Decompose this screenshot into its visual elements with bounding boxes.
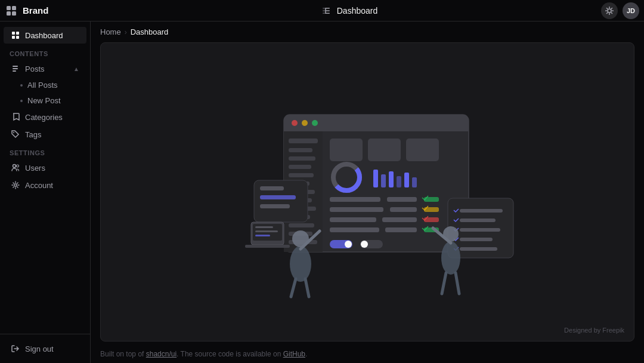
svg-rect-58 <box>397 176 401 187</box>
svg-line-16 <box>611 8 612 8</box>
svg-rect-71 <box>385 227 417 232</box>
footer-shadcn-link[interactable]: shadcn/ui <box>146 350 177 358</box>
svg-point-26 <box>13 165 16 168</box>
svg-rect-78 <box>260 186 284 190</box>
main-layout: Dashboard Contents Posts ▲ All Posts <box>0 21 644 363</box>
sidebar-item-tags-label: Tags <box>25 130 41 139</box>
svg-rect-80 <box>260 204 290 208</box>
svg-rect-59 <box>404 173 409 187</box>
sidebar-item-all-posts[interactable]: All Posts <box>4 78 86 93</box>
sidebar-item-account[interactable]: Account <box>4 177 86 193</box>
svg-rect-3 <box>12 11 16 16</box>
footer-github-link[interactable]: GitHub <box>283 350 305 358</box>
svg-line-17 <box>606 13 607 13</box>
sub-item-dot-icon <box>20 84 23 87</box>
sidebar-item-new-post[interactable]: New Post <box>4 93 86 108</box>
sign-out-button[interactable]: Sign out <box>4 340 86 358</box>
svg-rect-86 <box>460 247 497 251</box>
svg-rect-60 <box>412 177 417 187</box>
brand-area: Brand <box>5 4 95 17</box>
sidebar-item-users-label: Users <box>25 164 45 173</box>
breadcrumb-current: Dashboard <box>131 27 169 36</box>
svg-rect-99 <box>255 226 273 228</box>
svg-point-35 <box>312 120 318 126</box>
freepik-credit: Designed by Freepik <box>564 327 624 334</box>
brand-name: Brand <box>23 5 48 16</box>
header-center: Dashboard <box>95 4 601 18</box>
svg-rect-39 <box>289 156 315 161</box>
sidebar-settings-label: Settings <box>0 143 90 159</box>
sidebar-item-tags[interactable]: Tags <box>4 126 86 143</box>
brand-icon <box>5 4 18 17</box>
svg-rect-61 <box>330 197 380 202</box>
svg-rect-82 <box>460 209 503 213</box>
bookmark-icon <box>11 112 20 122</box>
svg-rect-85 <box>460 238 493 241</box>
svg-rect-37 <box>289 139 318 143</box>
sidebar-item-dashboard[interactable]: Dashboard <box>4 27 86 44</box>
sidebar-item-posts[interactable]: Posts ▲ <box>4 60 86 77</box>
sign-out-icon <box>11 344 20 353</box>
svg-rect-24 <box>13 70 16 72</box>
svg-rect-52 <box>406 139 439 161</box>
top-bar: Brand Dashboard <box>0 0 644 21</box>
svg-point-76 <box>361 241 368 248</box>
grid-icon <box>11 30 20 40</box>
sidebar-item-posts-label: Posts <box>25 64 45 73</box>
svg-rect-47 <box>289 223 314 227</box>
svg-point-28 <box>14 184 17 186</box>
svg-rect-57 <box>389 171 394 187</box>
sidebar-item-users[interactable]: Users <box>4 159 86 176</box>
svg-point-9 <box>608 9 611 13</box>
dashboard-illustration <box>212 79 522 306</box>
sub-item-dot-icon-2 <box>20 100 23 102</box>
svg-rect-100 <box>255 230 278 232</box>
svg-rect-0 <box>7 6 11 10</box>
gear-icon <box>11 180 20 190</box>
breadcrumb-separator: › <box>125 28 127 36</box>
svg-point-33 <box>292 120 298 126</box>
svg-rect-22 <box>13 66 18 67</box>
svg-rect-19 <box>16 32 19 35</box>
sidebar-item-all-posts-label: All Posts <box>27 81 58 90</box>
header-title: Dashboard <box>337 6 378 16</box>
footer-built-text: Built on top of <box>100 350 146 358</box>
svg-rect-41 <box>289 173 314 177</box>
svg-rect-21 <box>16 36 19 39</box>
svg-rect-38 <box>289 148 312 152</box>
svg-point-25 <box>13 132 14 133</box>
svg-rect-68 <box>382 217 417 222</box>
users-icon <box>11 163 20 173</box>
sidebar-content: Dashboard Contents Posts ▲ All Posts <box>0 21 90 334</box>
svg-point-87 <box>290 246 311 282</box>
header-right: JD <box>601 2 639 19</box>
svg-rect-101 <box>255 235 270 236</box>
sidebar: Dashboard Contents Posts ▲ All Posts <box>0 21 91 363</box>
user-avatar[interactable]: JD <box>623 2 639 19</box>
sidebar-contents-label: Contents <box>0 44 90 60</box>
sidebar-item-account-label: Account <box>25 181 53 190</box>
svg-rect-62 <box>387 197 417 202</box>
collapse-sidebar-button[interactable] <box>319 4 333 18</box>
main-content: Home › Dashboard <box>91 21 644 363</box>
breadcrumb: Home › Dashboard <box>91 21 644 42</box>
sidebar-item-categories[interactable]: Categories <box>4 109 86 125</box>
chevron-up-icon: ▲ <box>73 66 79 72</box>
svg-rect-79 <box>260 195 296 199</box>
svg-rect-23 <box>13 68 18 69</box>
svg-line-14 <box>606 8 607 8</box>
footer-middle-text: . The source code is available on <box>177 350 283 358</box>
svg-rect-32 <box>284 123 469 131</box>
sidebar-item-new-post-label: New Post <box>27 96 61 105</box>
page-footer: Built on top of shadcn/ui. The source co… <box>91 346 644 363</box>
breadcrumb-home-link[interactable]: Home <box>100 27 121 36</box>
svg-rect-51 <box>368 139 401 161</box>
svg-rect-50 <box>330 139 363 161</box>
sign-out-label: Sign out <box>25 344 54 353</box>
svg-rect-65 <box>390 207 417 212</box>
svg-point-92 <box>441 241 460 275</box>
sidebar-item-dashboard-label: Dashboard <box>25 31 63 40</box>
theme-toggle-button[interactable] <box>601 2 618 19</box>
svg-point-74 <box>345 241 352 248</box>
svg-rect-56 <box>381 174 386 187</box>
